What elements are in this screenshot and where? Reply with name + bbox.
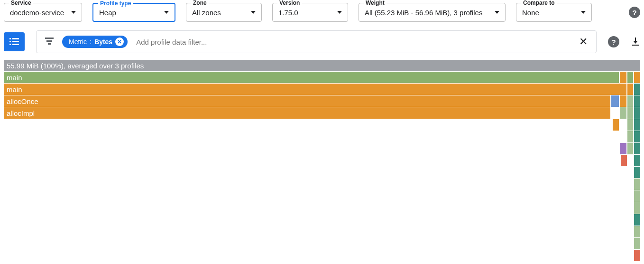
version-label: Version (277, 0, 302, 6)
flame-row-1: main (4, 72, 640, 83)
flame-graph: 55.99 MiB (100%), averaged over 3 profil… (4, 60, 640, 261)
download-icon[interactable] (631, 37, 640, 47)
flame-frame[interactable] (621, 155, 627, 166)
flame-row-3: allocOnce (4, 95, 640, 107)
flame-frame-label: allocOnce (7, 97, 38, 105)
flame-frame-label: main (7, 85, 22, 94)
list-icon (9, 38, 19, 46)
flame-frame[interactable] (611, 95, 619, 107)
filter-input[interactable] (136, 38, 570, 46)
flame-frame[interactable] (634, 155, 640, 166)
flame-frame[interactable] (634, 238, 640, 249)
compare-label: Compare to (521, 0, 557, 6)
flame-frame[interactable] (634, 143, 640, 154)
svg-rect-9 (632, 45, 639, 46)
svg-rect-8 (48, 43, 51, 45)
filter-icon[interactable] (45, 38, 54, 47)
flame-frame[interactable] (634, 179, 640, 190)
flame-frame-label: allocImpl (7, 109, 35, 117)
flame-frame[interactable] (634, 250, 640, 261)
chevron-down-icon (581, 11, 586, 14)
compare-select[interactable]: Compare to None (516, 3, 592, 22)
flame-frame-root[interactable]: 55.99 MiB (100%), averaged over 3 profil… (4, 60, 640, 71)
flame-frame[interactable] (627, 72, 633, 83)
svg-rect-3 (12, 41, 19, 42)
flame-frame[interactable] (613, 119, 619, 131)
svg-rect-2 (9, 41, 11, 42)
flame-frame[interactable] (620, 72, 626, 83)
svg-rect-0 (9, 38, 11, 39)
toolbar-help-icon[interactable]: ? (608, 36, 619, 47)
svg-rect-7 (46, 40, 52, 42)
flame-frame[interactable] (634, 167, 640, 178)
help-icon[interactable]: ? (629, 7, 640, 18)
version-value: 1.75.0 (278, 9, 298, 17)
filters-bar: Service docdemo-service Profile type Hea… (4, 3, 640, 22)
weight-value: All (55.23 MiB - 56.96 MiB), 3 profiles (365, 9, 482, 17)
flame-row-15 (4, 238, 640, 249)
flame-row-14 (4, 226, 640, 237)
metric-chip[interactable]: Metric : Bytes ✕ (62, 36, 128, 48)
service-select[interactable]: Service docdemo-service (4, 3, 82, 22)
zone-label: Zone (191, 0, 209, 6)
flame-frame[interactable] (634, 95, 640, 107)
svg-rect-6 (45, 38, 54, 39)
flame-frame[interactable] (634, 107, 640, 119)
chevron-down-icon (337, 11, 342, 14)
flame-frame[interactable]: main (4, 72, 619, 83)
clear-filter-icon[interactable]: ✕ (579, 37, 588, 47)
list-view-button[interactable] (4, 32, 25, 51)
flame-frame[interactable] (634, 214, 640, 226)
flame-row-root: 55.99 MiB (100%), averaged over 3 profil… (4, 60, 640, 71)
zone-value: All zones (192, 9, 221, 17)
flame-frame[interactable] (634, 72, 640, 83)
profile-type-value: Heap (99, 9, 116, 17)
flame-frame[interactable]: allocImpl (4, 107, 610, 119)
toolbar: Metric : Bytes ✕ ✕ ? (4, 30, 640, 53)
chevron-down-icon (251, 11, 256, 14)
version-select[interactable]: Version 1.75.0 (272, 3, 348, 22)
flame-frame[interactable]: allocOnce (4, 95, 610, 107)
svg-rect-5 (12, 44, 19, 45)
chip-remove-icon[interactable]: ✕ (115, 38, 124, 46)
metric-chip-value: Bytes (94, 38, 112, 46)
svg-rect-4 (9, 44, 11, 45)
flame-frame[interactable] (634, 131, 640, 142)
flame-frame[interactable] (627, 107, 633, 119)
service-label: Service (9, 0, 33, 6)
flame-frame[interactable] (627, 84, 633, 95)
flame-frame[interactable] (627, 119, 633, 131)
zone-select[interactable]: Zone All zones (186, 3, 262, 22)
service-value: docdemo-service (10, 9, 64, 17)
flame-frame[interactable] (634, 190, 640, 202)
flame-frame-label: main (7, 74, 22, 82)
flame-frame[interactable]: main (4, 84, 626, 95)
flame-frame[interactable] (634, 119, 640, 131)
profile-type-select[interactable]: Profile type Heap (92, 3, 175, 22)
flame-row-2: main (4, 84, 640, 95)
svg-rect-1 (12, 38, 19, 39)
flame-frame[interactable] (620, 95, 626, 107)
flame-frame[interactable] (634, 202, 640, 214)
flame-row-7 (4, 143, 640, 154)
flame-row-13 (4, 214, 640, 226)
chevron-down-icon (71, 11, 76, 14)
metric-chip-prefix: Metric (69, 38, 87, 46)
flame-frame[interactable] (634, 226, 640, 237)
flame-frame[interactable] (634, 84, 640, 95)
flame-frame[interactable] (620, 143, 626, 154)
flame-row-4: allocImpl (4, 107, 640, 119)
flame-row-5 (4, 119, 640, 131)
flame-frame[interactable] (627, 131, 633, 142)
flame-frame[interactable] (620, 107, 626, 119)
filter-box: Metric : Bytes ✕ ✕ (36, 30, 597, 53)
weight-label: Weight (364, 0, 386, 6)
flame-frame[interactable] (627, 143, 633, 154)
flame-root-label: 55.99 MiB (100%), averaged over 3 profil… (7, 62, 144, 70)
profile-type-label: Profile type (98, 0, 133, 7)
flame-row-6 (4, 131, 640, 142)
flame-row-9 (4, 167, 640, 178)
flame-row-12 (4, 202, 640, 214)
flame-frame[interactable] (627, 95, 633, 107)
weight-select[interactable]: Weight All (55.23 MiB - 56.96 MiB), 3 pr… (359, 3, 506, 22)
